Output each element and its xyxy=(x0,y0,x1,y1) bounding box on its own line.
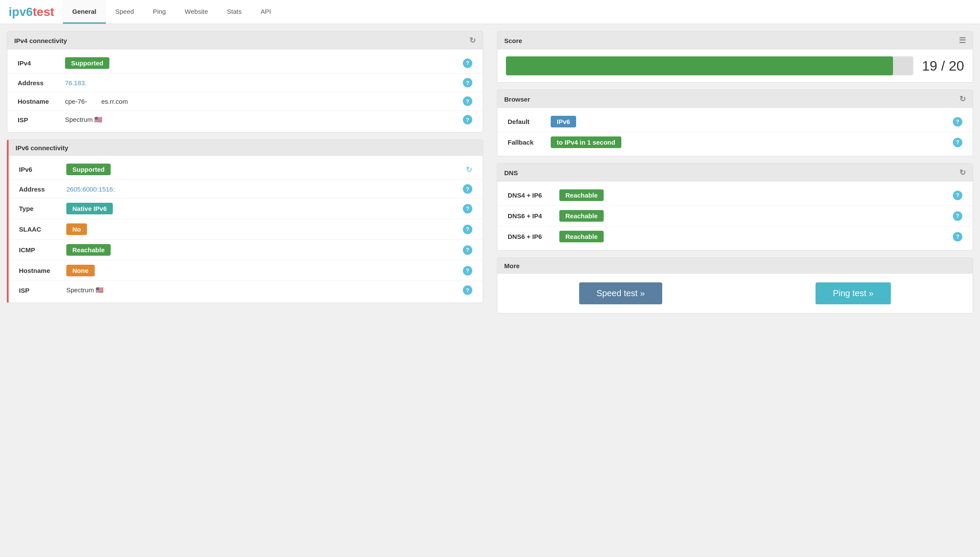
dns-label-2: DNS6 + IP6 xyxy=(508,233,559,240)
nav-item-website[interactable]: Website xyxy=(175,0,217,24)
ipv6-title: IPv6 connectivity xyxy=(16,144,68,152)
ipv6-help-icon-6[interactable]: ? xyxy=(463,285,472,295)
ipv4-hostname-part1: cpe-76- xyxy=(65,98,87,105)
ipv6-value-icmp: Reachable xyxy=(66,244,463,256)
dns-value-0: Reachable xyxy=(559,189,953,201)
browser-value-default: IPv6 xyxy=(551,116,953,127)
ipv4-help-icon-0[interactable]: ? xyxy=(463,59,472,68)
ipv6-row-address: Address 2605:6000:1516: ? xyxy=(9,180,483,198)
ipv6-card: IPv6 connectivity IPv6 Supported ↻ Addre… xyxy=(7,139,483,303)
dns-body: DNS4 + IP6 Reachable ? DNS6 + IP4 Reacha… xyxy=(497,182,973,250)
score-list-icon[interactable]: ☰ xyxy=(959,36,966,45)
browser-fallback-badge: to IPv4 in 1 second xyxy=(551,136,621,148)
ipv4-address-link[interactable]: 76.183. xyxy=(65,79,87,87)
browser-label-fallback: Fallback xyxy=(508,139,551,146)
browser-help-icon-0[interactable]: ? xyxy=(953,117,962,127)
dns-row-1: DNS6 + IP4 Reachable ? xyxy=(497,206,973,226)
browser-title: Browser xyxy=(504,96,530,103)
speed-test-button[interactable]: Speed test » xyxy=(579,282,662,304)
nav: General Speed Ping Website Stats API xyxy=(63,0,281,24)
ipv4-body: IPv4 Supported ? Address 76.183. ? Hos xyxy=(7,50,483,132)
ipv6-value-address: 2605:6000:1516: xyxy=(66,186,463,193)
ipv4-label-ipv4: IPv4 xyxy=(18,59,65,67)
ipv6-label-ipv6: IPv6 xyxy=(19,166,66,173)
ipv6-row-type: Type Native IPv6 ? xyxy=(9,198,483,219)
nav-item-api[interactable]: API xyxy=(251,0,280,24)
ipv6-help-icon-3[interactable]: ? xyxy=(463,225,472,234)
ipv4-refresh-icon[interactable]: ↻ xyxy=(469,36,476,45)
ipv6-row-isp: ISP Spectrum 🇺🇸 ? xyxy=(9,281,483,299)
ipv4-header: IPv4 connectivity ↻ xyxy=(7,31,483,50)
ipv6-label-type: Type xyxy=(19,205,66,212)
ipv4-label-hostname: Hostname xyxy=(18,98,65,105)
dns-row-2: DNS6 + IP6 Reachable ? xyxy=(497,226,973,247)
ipv4-help-icon-3[interactable]: ? xyxy=(463,115,472,124)
ipv4-label-isp: ISP xyxy=(18,116,65,124)
dns-card: DNS ↻ DNS4 + IP6 Reachable ? DNS6 + IP4 … xyxy=(497,163,973,251)
ipv4-supported-badge: Supported xyxy=(65,57,109,69)
browser-value-fallback: to IPv4 in 1 second xyxy=(551,136,953,148)
browser-row-fallback: Fallback to IPv4 in 1 second ? xyxy=(497,132,973,152)
dns-badge-2: Reachable xyxy=(559,231,604,242)
more-title: More xyxy=(504,262,520,269)
ipv6-help-icon-4[interactable]: ? xyxy=(463,245,472,255)
ipv6-spinner-icon: ↻ xyxy=(466,165,472,174)
logo-test: test xyxy=(33,5,54,19)
ipv4-value-address: 76.183. xyxy=(65,79,463,87)
nav-item-speed[interactable]: Speed xyxy=(106,0,143,24)
ipv4-value-hostname: cpe-76- es.rr.com xyxy=(65,98,463,105)
browser-help-icon-1[interactable]: ? xyxy=(953,138,962,147)
ipv4-value-supported: Supported xyxy=(65,57,463,69)
ipv4-help-icon-1[interactable]: ? xyxy=(463,78,472,87)
ipv6-value-type: Native IPv6 xyxy=(66,203,463,214)
nav-item-stats[interactable]: Stats xyxy=(217,0,251,24)
score-card: Score ☰ 19 / 20 xyxy=(497,31,973,83)
ipv6-help-icon-1[interactable]: ? xyxy=(463,184,472,194)
dns-value-1: Reachable xyxy=(559,210,953,222)
main-layout: IPv4 connectivity ↻ IPv4 Supported ? Add… xyxy=(0,24,980,557)
browser-body: Default IPv6 ? Fallback to IPv4 in 1 sec… xyxy=(497,108,973,156)
nav-item-general[interactable]: General xyxy=(63,0,106,24)
score-header: Score ☰ xyxy=(497,31,973,50)
header: ipv6 test General Speed Ping Website Sta… xyxy=(0,0,980,24)
ipv6-value-slaac: No xyxy=(66,223,463,235)
ipv6-type-badge: Native IPv6 xyxy=(66,203,113,214)
ipv4-row-address: Address 76.183. ? xyxy=(7,74,483,92)
more-card: More Speed test » Ping test » xyxy=(497,257,973,313)
ping-test-button[interactable]: Ping test » xyxy=(816,282,891,304)
ipv6-address-link[interactable]: 2605:6000:1516: xyxy=(66,186,115,193)
score-bar-track xyxy=(506,56,913,75)
dns-badge-1: Reachable xyxy=(559,210,604,222)
ipv6-help-icon-2[interactable]: ? xyxy=(463,204,472,214)
browser-default-badge: IPv6 xyxy=(551,116,576,127)
dns-refresh-icon[interactable]: ↻ xyxy=(959,168,966,177)
ipv4-card: IPv4 connectivity ↻ IPv4 Supported ? Add… xyxy=(7,31,483,133)
ipv4-row-ipv4: IPv4 Supported ? xyxy=(7,53,483,74)
ipv6-label-slaac: SLAAC xyxy=(19,226,66,233)
score-title: Score xyxy=(504,37,522,44)
ipv6-label-hostname: Hostname xyxy=(19,267,66,274)
dns-help-icon-0[interactable]: ? xyxy=(953,191,962,200)
right-panel: Score ☰ 19 / 20 Browser ↻ Default xyxy=(490,24,980,557)
ipv4-help-icon-2[interactable]: ? xyxy=(463,96,472,106)
ipv6-label-isp: ISP xyxy=(19,287,66,294)
dns-badge-0: Reachable xyxy=(559,189,604,201)
dns-value-2: Reachable xyxy=(559,231,953,242)
nav-item-ping[interactable]: Ping xyxy=(143,0,175,24)
ipv6-supported-badge: Supported xyxy=(66,164,111,175)
score-bar-container: 19 / 20 xyxy=(497,50,973,82)
browser-header: Browser ↻ xyxy=(497,90,973,108)
browser-refresh-icon[interactable]: ↻ xyxy=(959,94,966,104)
ipv6-value-hostname: None xyxy=(66,265,463,276)
ipv6-row-icmp: ICMP Reachable ? xyxy=(9,240,483,260)
dns-help-icon-1[interactable]: ? xyxy=(953,211,962,221)
ipv6-help-icon-5[interactable]: ? xyxy=(463,266,472,275)
ipv4-hostname-part2: es.rr.com xyxy=(101,98,128,105)
ipv4-label-address: Address xyxy=(18,79,65,87)
ipv6-row-ipv6: IPv6 Supported ↻ xyxy=(9,159,483,180)
ipv6-label-address: Address xyxy=(19,186,66,193)
ipv6-row-hostname: Hostname None ? xyxy=(9,260,483,281)
left-panel: IPv4 connectivity ↻ IPv4 Supported ? Add… xyxy=(0,24,490,557)
dns-help-icon-2[interactable]: ? xyxy=(953,232,962,241)
ipv6-header: IPv6 connectivity xyxy=(9,140,483,156)
